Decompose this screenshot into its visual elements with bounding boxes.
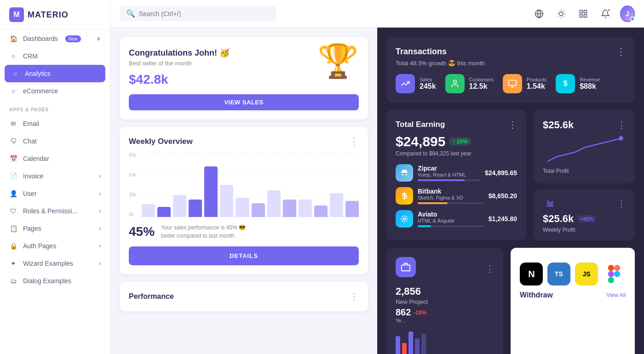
stat-sales-info: Sales 245k: [420, 77, 436, 91]
avatar-container[interactable]: J: [620, 6, 635, 21]
sidebar-item-wizard[interactable]: ✦ Wizard Examples ›: [0, 255, 110, 272]
svg-point-21: [619, 136, 623, 141]
zipcar-name: Zipcar: [418, 165, 480, 172]
bottom-dark-row: ⋮ 2,856 New Project 862 -18% Ye...: [386, 248, 635, 354]
transactions-menu[interactable]: ⋮: [616, 46, 626, 57]
new-project-menu[interactable]: ⋮: [486, 264, 494, 274]
sidebar-item-pages[interactable]: 📋 Pages ›: [0, 220, 110, 237]
svg-rect-29: [608, 277, 614, 283]
pages-label: Pages: [23, 225, 41, 232]
earning-header: Total Earning ⋮: [396, 119, 517, 130]
aviato-value: $1,245.80: [489, 215, 517, 223]
profit-card-header: $25.6k ⋮: [543, 119, 626, 131]
sidebar-item-invoice[interactable]: 📄 Invoice ›: [0, 167, 110, 185]
online-status-dot: [630, 17, 635, 21]
circle-icon2: ○: [9, 87, 17, 95]
bar-secondary-4: [236, 198, 249, 217]
grid-icon[interactable]: [576, 6, 591, 21]
bar-col-2: [173, 195, 186, 217]
performance-menu[interactable]: ⋮: [350, 291, 359, 302]
earning-profit-row: Total Earning ⋮ $24,895 ↑ 10% Compared t…: [386, 110, 635, 240]
search-input[interactable]: [139, 10, 270, 17]
svg-rect-14: [508, 80, 516, 86]
sidebar-item-dashboards[interactable]: 🏠 Dashboards New ∨: [0, 30, 110, 47]
bitbank-value: $8,650.20: [489, 192, 517, 200]
mini-profit-header: ⋮: [543, 196, 626, 211]
zipcar-progress-fill: [418, 179, 465, 181]
project-title-label: New Project: [396, 298, 428, 305]
earning-menu[interactable]: ⋮: [508, 119, 517, 130]
weekly-percentage: 45%: [129, 224, 155, 239]
weekly-menu-dots[interactable]: ⋮: [350, 136, 359, 147]
project-current: 862 -18%: [396, 307, 494, 318]
bar-primary-1: [157, 207, 171, 217]
svg-point-0: [559, 11, 563, 15]
aviato-progress-fill: [418, 225, 431, 227]
mini-profit-icon-area: [543, 196, 558, 211]
withdraw-title: Withdraw: [520, 291, 553, 299]
bitbank-info: Bitbank Sketch, Figma & XD: [418, 188, 484, 204]
search-box[interactable]: 🔍: [120, 6, 276, 21]
sun-icon[interactable]: [554, 6, 569, 21]
chevron-right-icon2: ›: [99, 190, 101, 197]
svg-rect-24: [552, 201, 553, 206]
bar-col-7b: [345, 201, 359, 217]
stat-revenue: $ Revenue $88k: [556, 74, 600, 93]
notification-dot: [607, 8, 611, 12]
bar-col-6: [299, 200, 312, 217]
revenue-icon: $: [556, 74, 575, 93]
new-badge: New: [65, 35, 81, 42]
logo-icon: M: [9, 7, 24, 22]
stat-customers: Customers 12.5k: [445, 74, 494, 93]
sidebar-item-roles[interactable]: 🛡 Roles & Permissi... ›: [0, 202, 110, 220]
bar-col-1: [142, 204, 155, 217]
aviato-name: Aviato: [418, 211, 484, 218]
sidebar-item-calendar[interactable]: 📅 Calendar: [0, 150, 110, 167]
wizard-icon: ✦: [9, 259, 17, 268]
y-label-0k: 0k: [129, 212, 136, 217]
aviato-tech: HTML & Angular: [418, 218, 484, 223]
sidebar-item-analytics[interactable]: ○ Analytics: [5, 65, 105, 82]
svg-rect-25: [402, 265, 410, 271]
notification-icon[interactable]: [598, 6, 613, 21]
zipcar-progress-wrap: [418, 179, 480, 181]
earning-item-aviato: Aviato HTML & Angular $1,245.80: [396, 210, 517, 228]
mini-profit-menu[interactable]: ⋮: [617, 199, 626, 209]
svg-line-3: [558, 11, 559, 11]
topbar: 🔍 J: [110, 0, 644, 28]
revenue-label: Revenue: [580, 77, 600, 82]
sidebar-item-user[interactable]: 👤 User ›: [0, 185, 110, 202]
sidebar-item-crm[interactable]: ○ CRM: [0, 47, 110, 65]
sidebar-item-chat[interactable]: 🗨 Chat: [0, 132, 110, 150]
customers-icon: [445, 74, 465, 93]
profit-menu[interactable]: ⋮: [617, 120, 626, 130]
bar-primary-2: [189, 200, 202, 217]
view-all-withdraw[interactable]: View All: [606, 292, 626, 298]
right-mini-cards: $25.6k ⋮: [534, 110, 635, 240]
chevron-right-icon4: ›: [99, 225, 101, 232]
sidebar-item-dialog[interactable]: 🗂 Dialog Examples: [0, 272, 110, 290]
zipcar-info: Zipcar Vuejs, React & HTML: [418, 165, 480, 181]
transactions-subtitle: Total 48.5% growth 😎 this month: [396, 60, 626, 67]
sidebar-item-email[interactable]: ✉ Email: [0, 115, 110, 132]
translate-icon[interactable]: [532, 6, 546, 21]
total-profit-chart-card: $25.6k ⋮: [534, 110, 635, 183]
zipcar-logo: [396, 164, 413, 182]
shield-icon: 🛡: [9, 207, 17, 215]
sidebar-item-ecommerce[interactable]: ○ eCommerce: [0, 82, 110, 100]
panel-left: Congratulations John! 🥳 Best seller of t…: [110, 28, 377, 354]
y-label-30k: 30k: [129, 192, 136, 197]
main-content: 🔍 J: [110, 0, 644, 354]
view-sales-button[interactable]: VIEW SALES: [129, 94, 359, 110]
transaction-stats: Sales 245k Customers 12.5k: [396, 74, 626, 93]
bar-col-4b: [252, 203, 265, 217]
stat-products: Products 1.54k: [503, 74, 546, 93]
chevron-right-icon5: ›: [99, 243, 101, 249]
trophy-icon: 🏆: [317, 41, 359, 80]
zipcar-tech: Vuejs, React & HTML: [418, 172, 480, 177]
bar-secondary-3: [220, 185, 233, 217]
new-project-info: New Project: [396, 298, 494, 305]
details-button[interactable]: DETAILS: [129, 246, 359, 265]
sidebar-item-auth[interactable]: 🔒 Auth Pages ›: [0, 237, 110, 255]
crm-label: CRM: [23, 52, 38, 60]
